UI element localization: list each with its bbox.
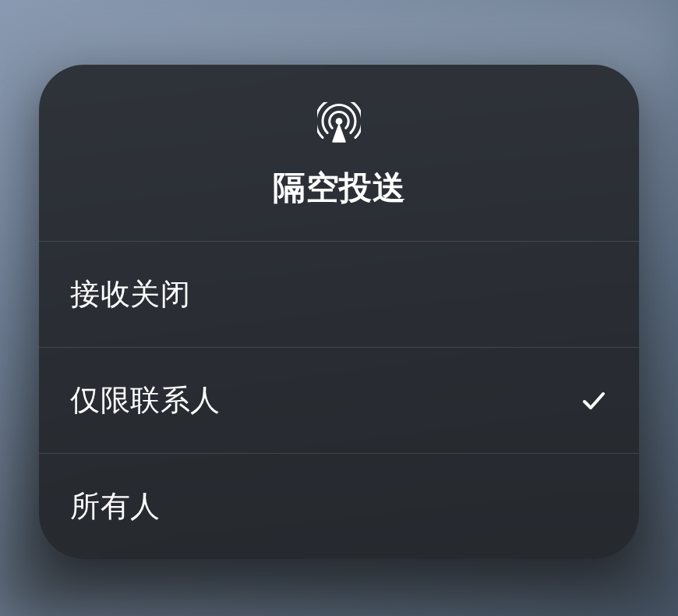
airdrop-icon xyxy=(317,102,361,146)
option-label: 接收关闭 xyxy=(70,274,190,314)
option-everyone[interactable]: 所有人 xyxy=(39,454,639,559)
option-receiving-off[interactable]: 接收关闭 xyxy=(39,242,639,348)
option-contacts-only[interactable]: 仅限联系人 xyxy=(39,348,639,454)
airdrop-settings-panel: 隔空投送 接收关闭 仅限联系人 所有人 xyxy=(39,65,639,559)
option-label: 所有人 xyxy=(70,487,161,526)
option-label: 仅限联系人 xyxy=(70,381,221,420)
panel-header: 隔空投送 xyxy=(39,65,639,242)
checkmark-icon xyxy=(580,387,608,415)
panel-title: 隔空投送 xyxy=(273,166,405,210)
svg-point-0 xyxy=(336,118,343,125)
